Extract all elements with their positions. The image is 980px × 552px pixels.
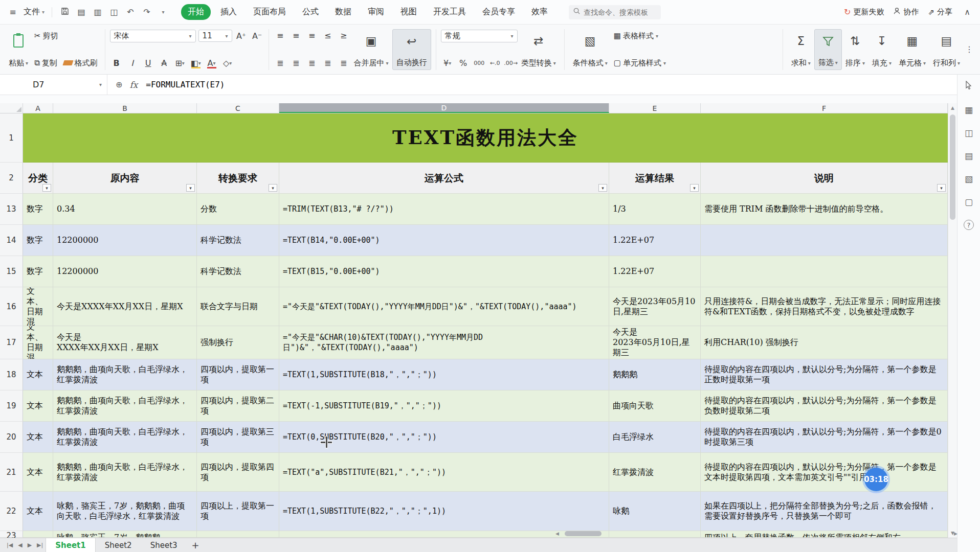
cell-d21[interactable]: =TEXT("a",SUBSTITUTE(B21,"，","；")) xyxy=(279,453,609,492)
column-header-f[interactable]: F xyxy=(701,103,948,113)
column-header-d-selected[interactable]: D xyxy=(279,103,609,113)
clear-format-button[interactable]: ◇▾ xyxy=(221,57,234,70)
scroll-up-icon[interactable]: ▲ xyxy=(948,105,957,110)
cell-f15[interactable] xyxy=(701,256,948,287)
cell-a20[interactable]: 文本 xyxy=(23,422,53,453)
filter-dropdown-icon[interactable]: ▾ xyxy=(598,184,607,192)
update-status[interactable]: ↻ 更新失败 xyxy=(844,7,884,17)
collaborate-button[interactable]: 协作 xyxy=(893,7,919,17)
timer-badge[interactable]: 03:18 xyxy=(864,468,888,491)
row-number[interactable]: 14 xyxy=(0,225,23,256)
currency-icon[interactable]: ¥▾ xyxy=(441,57,454,70)
cell-c15[interactable]: 科学记数法 xyxy=(197,256,279,287)
cell-c19[interactable]: 四项以内，提取第二项 xyxy=(197,390,279,422)
horizontal-scrollbar[interactable]: ◀ ▶ xyxy=(555,530,957,537)
export-icon[interactable]: ▤ xyxy=(76,7,87,17)
column-header-b[interactable]: B xyxy=(53,103,197,113)
cell-b22[interactable]: 咏鹅，骆宾王，7岁，鹅鹅鹅，曲项向天歌，白毛浮绿水，红掌拨清波 xyxy=(53,492,197,531)
command-search[interactable] xyxy=(569,5,661,19)
cell-d16[interactable]: ="今天是"&TEXT(TODAY(),"YYYY年MM月DD日")&"，"&T… xyxy=(279,287,609,326)
ribbon-grip-icon[interactable]: ⋮ xyxy=(964,44,975,54)
strikethrough-button[interactable]: A xyxy=(158,57,171,70)
cell-a17[interactable]: 文本、日期混 xyxy=(23,326,53,359)
cell-b19[interactable]: 鹅鹅鹅，曲项向天歌，白毛浮绿水，红掌拨清波 xyxy=(53,390,197,422)
cell-f14[interactable] xyxy=(701,225,948,256)
increase-decimal-icon[interactable]: ←.0 xyxy=(488,57,502,70)
decrease-decimal-icon[interactable]: .00→ xyxy=(504,57,518,70)
menu-tab-insert[interactable]: 插入 xyxy=(214,4,243,20)
document-tool-icon[interactable]: ▢ xyxy=(965,197,973,207)
sheet-tab-sheet1[interactable]: Sheet1 xyxy=(46,538,95,552)
menu-tab-developer[interactable]: 开发工具 xyxy=(427,4,473,20)
shape-tool-icon[interactable]: ▦ xyxy=(965,105,973,115)
thousands-icon[interactable]: 000 xyxy=(473,57,486,70)
cell-b15[interactable]: 12200000 xyxy=(53,256,197,287)
filter-dropdown-icon[interactable]: ▾ xyxy=(690,184,699,192)
select-all-corner[interactable] xyxy=(0,103,23,113)
cell-a15[interactable]: 数字 xyxy=(23,256,53,287)
cell-d18[interactable]: =TEXT(1,SUBSTITUTE(B18,"，","；")) xyxy=(279,359,609,390)
column-header-c[interactable]: C xyxy=(197,103,279,113)
collapse-ribbon-icon[interactable]: ∧ xyxy=(962,7,973,17)
cell-style-button[interactable]: ▢单元格样式▾ xyxy=(611,57,669,70)
column-header-e[interactable]: E xyxy=(609,103,701,113)
fill-button[interactable]: ↧ 填充▾ xyxy=(868,29,895,70)
filter-dropdown-icon[interactable]: ▾ xyxy=(186,184,195,192)
header-cell-original[interactable]: 原内容▾ xyxy=(53,163,197,194)
cell-f19[interactable]: 待提取的内容在四项以内，默认以分号;为分隔符，第一个参数是负数时提取第二项 xyxy=(701,390,948,422)
percent-icon[interactable]: % xyxy=(457,57,470,70)
vertical-scrollbar[interactable]: ▲ ▼ xyxy=(948,103,957,538)
protect-tool-icon[interactable]: ▧ xyxy=(965,174,973,184)
conditional-format-button[interactable]: ▧ 条件格式▾ xyxy=(569,29,611,70)
cell-d22[interactable]: =TEXT(1,SUBSTITUTE(B22,"，","；",1)) xyxy=(279,492,609,531)
zoom-icon[interactable]: ⊕ xyxy=(116,80,122,89)
cell-e14[interactable]: 1.22E+07 xyxy=(609,225,701,256)
cell-c16[interactable]: 联合文字与日期 xyxy=(197,287,279,326)
menu-tab-efficiency[interactable]: 效率 xyxy=(525,4,554,20)
cell-f17[interactable]: 利用CHAR(10) 强制换行 xyxy=(701,326,948,359)
row-number[interactable]: 17 xyxy=(0,326,23,359)
font-size-select[interactable]: 11▾ xyxy=(198,30,232,42)
align-center-icon[interactable]: ≣ xyxy=(289,57,303,70)
paste-button[interactable]: 粘贴▾ xyxy=(5,29,32,70)
row-number[interactable]: 16 xyxy=(0,287,23,326)
hamburger-menu-icon[interactable]: ≡ xyxy=(7,7,18,17)
header-cell-requirement[interactable]: 转换要求▾ xyxy=(197,163,279,194)
cell-c23[interactable] xyxy=(197,531,279,538)
cell-f21[interactable]: 待提取的内容在四项以内，默认以分号;为分隔符，第一个参数是文本时提取第四项，文本… xyxy=(701,453,948,492)
name-box[interactable]: D7 ▾ xyxy=(0,75,107,95)
cell-b14[interactable]: 12200000 xyxy=(53,225,197,256)
cell-b16[interactable]: 今天是XXXX年XX月XX日，星期X xyxy=(53,287,197,326)
menu-tab-formulas[interactable]: 公式 xyxy=(296,4,325,20)
menu-tab-home[interactable]: 开始 xyxy=(181,4,211,20)
cell-d14[interactable]: =TEXT(B14,"0.00E+00") xyxy=(279,225,609,256)
cell-c17[interactable]: 强制换行 xyxy=(197,326,279,359)
cell-e19[interactable]: 曲项向天歌 xyxy=(609,390,701,422)
rows-cols-button[interactable]: ▤ 行和列▾ xyxy=(929,29,964,70)
row-number[interactable]: 21 xyxy=(0,453,23,492)
align-top-icon[interactable]: ≡ xyxy=(274,30,287,42)
row-number[interactable]: 22 xyxy=(0,492,23,531)
cell-b23[interactable]: 咏鹅，骆宾王，7岁，鹅鹅鹅 xyxy=(53,531,197,538)
chart-tool-icon[interactable]: ◫ xyxy=(965,128,973,138)
header-cell-formula[interactable]: 运算公式▾ xyxy=(279,163,609,194)
filter-tool-icon[interactable]: ▤ xyxy=(965,151,973,161)
cell-d19[interactable]: =TEXT(-1,SUBSTITUTE(B19,"，","；")) xyxy=(279,390,609,422)
share-button[interactable]: ⇗ 分享 xyxy=(928,7,952,17)
row-number[interactable]: 19 xyxy=(0,390,23,422)
scroll-left-icon[interactable]: ◀ xyxy=(555,531,559,536)
cell-c13[interactable]: 分数 xyxy=(197,194,279,225)
bold-button[interactable]: B xyxy=(110,57,123,70)
distribute-icon[interactable]: ≣ xyxy=(337,57,350,70)
redo-icon[interactable]: ↷ xyxy=(141,7,152,17)
cell-b17[interactable]: 今天是 XXXX年XX月XX日，星期X xyxy=(53,326,197,359)
menu-tab-page-layout[interactable]: 页面布局 xyxy=(247,4,293,20)
filter-dropdown-icon[interactable]: ▾ xyxy=(42,184,51,192)
cell-e18[interactable]: 鹅鹅鹅 xyxy=(609,359,701,390)
sheet-nav-first-icon[interactable]: |◀ xyxy=(7,542,13,548)
align-middle-icon[interactable]: ≡ xyxy=(289,30,303,42)
header-cell-category[interactable]: 分类▾ xyxy=(23,163,53,194)
cell-a21[interactable]: 文本 xyxy=(23,453,53,492)
cell-b21[interactable]: 鹅鹅鹅，曲项向天歌，白毛浮绿水，红掌拨清波 xyxy=(53,453,197,492)
row-number[interactable]: 18 xyxy=(0,359,23,390)
